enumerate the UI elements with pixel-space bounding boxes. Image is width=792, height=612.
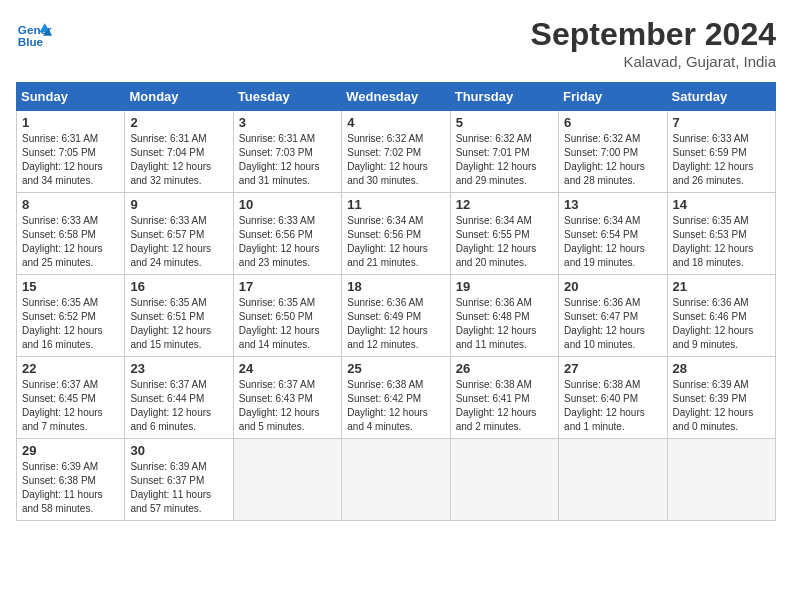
calendar-cell: 20 Sunrise: 6:36 AM Sunset: 6:47 PM Dayl… [559,275,667,357]
cell-info: Sunrise: 6:33 AM Sunset: 6:57 PM Dayligh… [130,214,227,270]
calendar-cell: 1 Sunrise: 6:31 AM Sunset: 7:05 PM Dayli… [17,111,125,193]
location: Kalavad, Gujarat, India [531,53,776,70]
day-number: 13 [564,197,661,212]
cell-info: Sunrise: 6:33 AM Sunset: 6:59 PM Dayligh… [673,132,770,188]
day-number: 1 [22,115,119,130]
calendar-cell: 21 Sunrise: 6:36 AM Sunset: 6:46 PM Dayl… [667,275,775,357]
cell-info: Sunrise: 6:38 AM Sunset: 6:40 PM Dayligh… [564,378,661,434]
logo-icon: General Blue [16,16,52,52]
calendar-cell: 26 Sunrise: 6:38 AM Sunset: 6:41 PM Dayl… [450,357,558,439]
cell-info: Sunrise: 6:39 AM Sunset: 6:37 PM Dayligh… [130,460,227,516]
day-number: 30 [130,443,227,458]
day-number: 8 [22,197,119,212]
day-number: 25 [347,361,444,376]
calendar-cell: 6 Sunrise: 6:32 AM Sunset: 7:00 PM Dayli… [559,111,667,193]
cell-info: Sunrise: 6:38 AM Sunset: 6:42 PM Dayligh… [347,378,444,434]
calendar-cell: 3 Sunrise: 6:31 AM Sunset: 7:03 PM Dayli… [233,111,341,193]
calendar-cell: 22 Sunrise: 6:37 AM Sunset: 6:45 PM Dayl… [17,357,125,439]
col-header-monday: Monday [125,83,233,111]
col-header-friday: Friday [559,83,667,111]
calendar-cell: 5 Sunrise: 6:32 AM Sunset: 7:01 PM Dayli… [450,111,558,193]
calendar-cell: 16 Sunrise: 6:35 AM Sunset: 6:51 PM Dayl… [125,275,233,357]
day-number: 16 [130,279,227,294]
cell-info: Sunrise: 6:35 AM Sunset: 6:50 PM Dayligh… [239,296,336,352]
cell-info: Sunrise: 6:34 AM Sunset: 6:56 PM Dayligh… [347,214,444,270]
calendar-cell: 15 Sunrise: 6:35 AM Sunset: 6:52 PM Dayl… [17,275,125,357]
calendar-cell: 11 Sunrise: 6:34 AM Sunset: 6:56 PM Dayl… [342,193,450,275]
day-number: 18 [347,279,444,294]
calendar-cell [559,439,667,521]
week-row-1: 1 Sunrise: 6:31 AM Sunset: 7:05 PM Dayli… [17,111,776,193]
cell-info: Sunrise: 6:37 AM Sunset: 6:44 PM Dayligh… [130,378,227,434]
cell-info: Sunrise: 6:38 AM Sunset: 6:41 PM Dayligh… [456,378,553,434]
calendar-cell: 12 Sunrise: 6:34 AM Sunset: 6:55 PM Dayl… [450,193,558,275]
day-number: 29 [22,443,119,458]
calendar-cell: 9 Sunrise: 6:33 AM Sunset: 6:57 PM Dayli… [125,193,233,275]
day-number: 5 [456,115,553,130]
day-number: 11 [347,197,444,212]
cell-info: Sunrise: 6:31 AM Sunset: 7:03 PM Dayligh… [239,132,336,188]
logo: General Blue [16,16,52,52]
calendar-cell: 13 Sunrise: 6:34 AM Sunset: 6:54 PM Dayl… [559,193,667,275]
day-number: 15 [22,279,119,294]
cell-info: Sunrise: 6:32 AM Sunset: 7:01 PM Dayligh… [456,132,553,188]
calendar-cell: 14 Sunrise: 6:35 AM Sunset: 6:53 PM Dayl… [667,193,775,275]
col-header-sunday: Sunday [17,83,125,111]
cell-info: Sunrise: 6:34 AM Sunset: 6:55 PM Dayligh… [456,214,553,270]
day-number: 10 [239,197,336,212]
cell-info: Sunrise: 6:31 AM Sunset: 7:05 PM Dayligh… [22,132,119,188]
day-number: 4 [347,115,444,130]
cell-info: Sunrise: 6:39 AM Sunset: 6:38 PM Dayligh… [22,460,119,516]
calendar-cell: 18 Sunrise: 6:36 AM Sunset: 6:49 PM Dayl… [342,275,450,357]
title-block: September 2024 Kalavad, Gujarat, India [531,16,776,70]
cell-info: Sunrise: 6:32 AM Sunset: 7:00 PM Dayligh… [564,132,661,188]
cell-info: Sunrise: 6:35 AM Sunset: 6:52 PM Dayligh… [22,296,119,352]
calendar-table: SundayMondayTuesdayWednesdayThursdayFrid… [16,82,776,521]
cell-info: Sunrise: 6:39 AM Sunset: 6:39 PM Dayligh… [673,378,770,434]
day-number: 2 [130,115,227,130]
calendar-cell: 28 Sunrise: 6:39 AM Sunset: 6:39 PM Dayl… [667,357,775,439]
month-title: September 2024 [531,16,776,53]
cell-info: Sunrise: 6:35 AM Sunset: 6:51 PM Dayligh… [130,296,227,352]
col-header-tuesday: Tuesday [233,83,341,111]
calendar-cell: 29 Sunrise: 6:39 AM Sunset: 6:38 PM Dayl… [17,439,125,521]
calendar-cell [233,439,341,521]
cell-info: Sunrise: 6:34 AM Sunset: 6:54 PM Dayligh… [564,214,661,270]
day-number: 3 [239,115,336,130]
day-number: 22 [22,361,119,376]
calendar-cell: 23 Sunrise: 6:37 AM Sunset: 6:44 PM Dayl… [125,357,233,439]
day-number: 7 [673,115,770,130]
day-number: 27 [564,361,661,376]
calendar-cell: 19 Sunrise: 6:36 AM Sunset: 6:48 PM Dayl… [450,275,558,357]
cell-info: Sunrise: 6:35 AM Sunset: 6:53 PM Dayligh… [673,214,770,270]
cell-info: Sunrise: 6:33 AM Sunset: 6:56 PM Dayligh… [239,214,336,270]
calendar-cell: 7 Sunrise: 6:33 AM Sunset: 6:59 PM Dayli… [667,111,775,193]
calendar-cell [667,439,775,521]
calendar-cell: 30 Sunrise: 6:39 AM Sunset: 6:37 PM Dayl… [125,439,233,521]
day-number: 6 [564,115,661,130]
calendar-cell: 17 Sunrise: 6:35 AM Sunset: 6:50 PM Dayl… [233,275,341,357]
day-number: 14 [673,197,770,212]
calendar-cell: 8 Sunrise: 6:33 AM Sunset: 6:58 PM Dayli… [17,193,125,275]
day-number: 24 [239,361,336,376]
week-row-2: 8 Sunrise: 6:33 AM Sunset: 6:58 PM Dayli… [17,193,776,275]
calendar-cell: 25 Sunrise: 6:38 AM Sunset: 6:42 PM Dayl… [342,357,450,439]
calendar-header-row: SundayMondayTuesdayWednesdayThursdayFrid… [17,83,776,111]
cell-info: Sunrise: 6:37 AM Sunset: 6:43 PM Dayligh… [239,378,336,434]
cell-info: Sunrise: 6:36 AM Sunset: 6:47 PM Dayligh… [564,296,661,352]
col-header-wednesday: Wednesday [342,83,450,111]
cell-info: Sunrise: 6:31 AM Sunset: 7:04 PM Dayligh… [130,132,227,188]
calendar-cell: 24 Sunrise: 6:37 AM Sunset: 6:43 PM Dayl… [233,357,341,439]
day-number: 19 [456,279,553,294]
cell-info: Sunrise: 6:36 AM Sunset: 6:46 PM Dayligh… [673,296,770,352]
cell-info: Sunrise: 6:36 AM Sunset: 6:49 PM Dayligh… [347,296,444,352]
day-number: 26 [456,361,553,376]
cell-info: Sunrise: 6:36 AM Sunset: 6:48 PM Dayligh… [456,296,553,352]
calendar-cell [342,439,450,521]
svg-text:Blue: Blue [18,35,44,48]
week-row-5: 29 Sunrise: 6:39 AM Sunset: 6:38 PM Dayl… [17,439,776,521]
day-number: 20 [564,279,661,294]
week-row-3: 15 Sunrise: 6:35 AM Sunset: 6:52 PM Dayl… [17,275,776,357]
cell-info: Sunrise: 6:37 AM Sunset: 6:45 PM Dayligh… [22,378,119,434]
day-number: 12 [456,197,553,212]
